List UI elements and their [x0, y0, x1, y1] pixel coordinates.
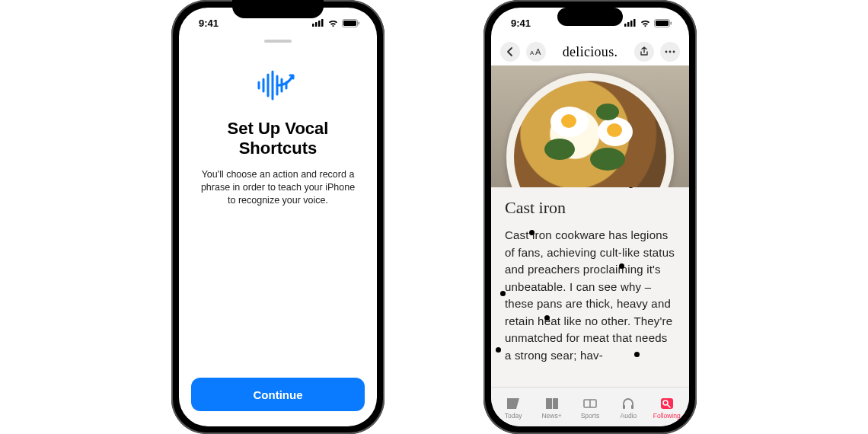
continue-button[interactable]: Continue [191, 378, 365, 411]
svg-rect-17 [633, 19, 636, 27]
svg-rect-3 [321, 19, 324, 27]
gaze-dot [529, 230, 535, 235]
svg-rect-5 [343, 21, 356, 26]
tab-label: Today [505, 412, 522, 420]
svg-rect-27 [553, 398, 558, 409]
svg-rect-2 [318, 21, 321, 27]
status-icons [312, 19, 360, 27]
article-title: Cast iron [505, 198, 675, 218]
tab-today[interactable]: Today [495, 396, 531, 420]
status-time: 9:41 [511, 18, 531, 29]
svg-rect-19 [656, 21, 669, 26]
tab-sports[interactable]: Sports [572, 396, 608, 420]
article-body[interactable]: Cast iron Cast iron cookware has legions… [491, 187, 689, 387]
publication-brand[interactable]: delicious. [563, 44, 618, 60]
screen-news-article: 9:41 AA deli [491, 8, 689, 426]
svg-point-23 [665, 51, 668, 53]
iphone-mockup-left: 9:41 [171, 0, 385, 434]
setup-title: Set Up Vocal Shortcuts [197, 119, 359, 159]
svg-rect-20 [671, 21, 672, 24]
battery-icon [654, 19, 672, 27]
svg-rect-30 [623, 405, 625, 409]
svg-rect-14 [624, 24, 627, 27]
svg-rect-16 [630, 21, 633, 27]
article-text: Cast iron cookware has legions of fans, … [505, 227, 675, 364]
gaze-dot [619, 263, 624, 269]
svg-rect-31 [631, 405, 633, 409]
svg-point-25 [673, 51, 675, 53]
gaze-dot [634, 352, 640, 357]
battery-icon [342, 19, 360, 27]
svg-rect-15 [627, 22, 630, 27]
status-time: 9:41 [199, 18, 219, 29]
iphone-mockup-right: 9:41 AA deli [483, 0, 697, 434]
gaze-dot [628, 187, 633, 188]
setup-footer: Continue [179, 378, 377, 426]
svg-rect-26 [546, 398, 552, 409]
article-hero-image [491, 65, 689, 187]
tab-label: Sports [581, 412, 600, 420]
tab-label: Following [653, 412, 681, 420]
svg-rect-0 [312, 24, 314, 27]
tab-bar: Today News+ Sports Audio Following [491, 387, 689, 426]
dynamic-island [557, 8, 623, 26]
tab-label: News+ [541, 412, 561, 420]
gaze-dot [496, 347, 501, 353]
tab-audio[interactable]: Audio [610, 396, 646, 420]
back-button[interactable] [500, 42, 520, 62]
gaze-dot [500, 291, 506, 296]
svg-rect-1 [315, 22, 318, 27]
wifi-icon [640, 19, 651, 27]
svg-text:A: A [535, 47, 541, 56]
gaze-dot [544, 315, 550, 321]
svg-rect-6 [359, 21, 360, 24]
tab-following[interactable]: Following [649, 396, 685, 420]
svg-point-24 [669, 51, 672, 53]
voice-waveform-icon [256, 69, 300, 105]
screen-vocal-shortcuts: 9:41 [179, 8, 377, 426]
cellular-signal-icon [312, 19, 324, 27]
share-button[interactable] [634, 42, 654, 62]
more-button[interactable] [660, 42, 680, 62]
wifi-icon [327, 19, 339, 27]
article-nav-bar: AA delicious. [491, 38, 689, 65]
cellular-signal-icon [624, 19, 637, 27]
vocal-shortcuts-content: Set Up Vocal Shortcuts You'll choose an … [179, 43, 377, 378]
notch [232, 0, 324, 18]
text-size-button[interactable]: AA [526, 42, 546, 62]
status-icons [624, 19, 672, 27]
tab-newsplus[interactable]: News+ [534, 396, 570, 420]
tab-label: Audio [620, 412, 637, 420]
setup-description: You'll choose an action and record a phr… [197, 168, 359, 207]
svg-text:A: A [530, 49, 535, 56]
